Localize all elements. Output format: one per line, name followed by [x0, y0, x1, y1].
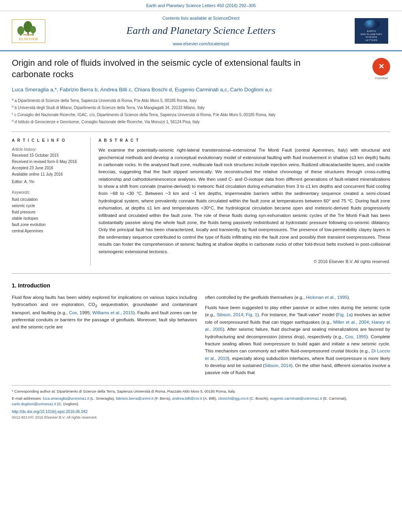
received-date: Received 15 October 2015	[12, 152, 85, 158]
email-boschi[interactable]: cboschi@igg.cnr.it	[218, 396, 248, 400]
affiliation-c: c c Consiglio del Nazionale Ricerche, IG…	[12, 112, 390, 118]
introduction-section: 1. Introduction Fluid flow along faults …	[12, 282, 390, 380]
affiliation-d: d d Istituto di Geoscienze e Georisorse,…	[12, 119, 390, 125]
keyword-3: fluid pressure	[12, 209, 85, 215]
journal-logo-text: EARTHAND PLANETARYSCIENCELETTERS	[361, 30, 383, 42]
keyword-5: fault zone evolution	[12, 222, 85, 228]
intro-title-text: Introduction	[18, 282, 50, 289]
elsevier-logo: ELSEVIER	[12, 19, 47, 43]
intro-right-paragraph-2: Fluids have been suggested to play eithe…	[205, 304, 390, 376]
email-carminati[interactable]: eugenio.carminati@uniroma1.it	[270, 396, 322, 400]
cox-1995-link2[interactable]: Cox, 1995	[345, 334, 367, 339]
affiliation-b: b b Università degli Studi di Milano, Di…	[12, 105, 390, 111]
footnote-corresponding: * Corresponding author at: Dipartimento …	[12, 389, 390, 394]
email-billi[interactable]: andrea.billi@cnr.it	[172, 396, 202, 400]
journal-center-header: Contents lists available at ScienceDirec…	[51, 15, 351, 47]
elsevier-wordmark: ELSEVIER	[19, 37, 38, 42]
authors: Luca Smeraglia a,*, Fabrizio Berra b, An…	[12, 86, 390, 94]
keywords-label: Keywords:	[12, 189, 85, 195]
article-issn: 0012-821X/© 2016 Elsevier B.V. All right…	[12, 415, 390, 420]
keyword-1: fluid circulation	[12, 196, 85, 202]
intro-right-col: often controlled by the geofluids themse…	[205, 294, 390, 380]
article-doi: http://dx.doi.org/10.1016/j.epsl.2016.06…	[12, 409, 390, 415]
hickman-link[interactable]: Hickman et al., 1995	[306, 295, 347, 300]
svg-point-2	[17, 26, 24, 35]
keywords-section: Keywords: fluid circulation seismic cycl…	[12, 189, 85, 234]
keyword-4: stable isotopes	[12, 215, 85, 221]
accepted-date: Accepted 23 June 2016	[12, 165, 85, 171]
abstract-column: A B S T R A C T We examine the potential…	[99, 137, 390, 265]
editor: Editor: A. Yin	[12, 179, 85, 185]
email-doglioni[interactable]: carlo.doglioni@uniroma1.it	[12, 402, 56, 406]
history-label: Article history:	[12, 146, 85, 152]
article-title: Origin and role of fluids involved in th…	[12, 57, 335, 80]
journal-logo-box: EARTHAND PLANETARYSCIENCELETTERS	[355, 18, 390, 44]
elsevier-tree-svg	[17, 20, 41, 36]
diluccio-2010-link[interactable]: Di Luccio et al., 2010	[205, 348, 390, 360]
received-revised-date: Received in revised form 6 May 2016	[12, 159, 85, 165]
main-content: ✕ CrossMark Origin and role of fluids in…	[0, 51, 402, 428]
authors-text: Luca Smeraglia a,*, Fabrizio Berra b, An…	[12, 87, 272, 93]
article-info-column: A R T I C L E I N F O Article history: R…	[12, 137, 91, 265]
section-number: 1.	[12, 282, 18, 289]
journal-reference-bar: Earth and Planetary Science Letters 450 …	[0, 0, 402, 11]
journal-title: Earth and Planetary Science Letters	[51, 23, 351, 38]
intro-right-paragraph-1: often controlled by the geofluids themse…	[205, 294, 390, 301]
journal-ref-text: Earth and Planetary Science Letters 450 …	[146, 3, 256, 8]
divider	[12, 132, 390, 132]
journal-url-link[interactable]: www.elsevier.com/locate/epsl	[173, 41, 229, 46]
footnote-corresponding-text: * Corresponding author at: Dipartimento …	[12, 389, 236, 393]
abstract-text: We examine the potentially-seismic right…	[99, 146, 390, 265]
crossmark-icon: ✕	[372, 58, 390, 76]
email-berra[interactable]: fabrizio.berra@unimi.it	[116, 396, 153, 400]
email-label-text: E-mail addresses:	[12, 396, 42, 400]
svg-rect-6	[23, 34, 33, 35]
cox-1995-link[interactable]: Cox	[69, 310, 77, 315]
affiliation-a: a a Dipartimento di Scienze della Terra,…	[12, 98, 390, 104]
williams-2015-link[interactable]: Williams et al., 2015	[92, 310, 133, 315]
article-history: Article history: Received 15 October 201…	[12, 146, 85, 185]
affiliations: a a Dipartimento di Scienze della Terra,…	[12, 98, 390, 125]
keyword-2: seismic cycle	[12, 203, 85, 209]
fig1a-link[interactable]: Fig. 1a	[337, 312, 351, 317]
intro-left-paragraph: Fluid flow along faults has been widely …	[12, 294, 197, 331]
article-info-heading: A R T I C L E I N F O	[12, 137, 85, 143]
intro-section-title: 1. Introduction	[12, 282, 390, 290]
footnote-emails: E-mail addresses: luca.smeraglia@uniroma…	[12, 396, 390, 407]
journal-url: www.elsevier.com/locate/epsl	[51, 41, 351, 47]
doi-link[interactable]: http://dx.doi.org/10.1016/j.epsl.2016.06…	[12, 410, 87, 414]
sibson-2014-link[interactable]: Sibson, 2014	[217, 312, 243, 317]
elsevier-logo-image: ELSEVIER	[12, 19, 45, 43]
sciencedirect-label: Contents lists available at ScienceDirec…	[51, 15, 351, 22]
divider-2	[12, 273, 390, 274]
svg-point-4	[30, 26, 36, 33]
email-smeraglia[interactable]: luca.smeraglia@uniroma1.it	[43, 396, 89, 400]
intro-left-col: Fluid flow along faults has been widely …	[12, 294, 197, 380]
journal-header: ELSEVIER Contents lists available at Sci…	[0, 11, 402, 51]
fig1-link[interactable]: Fig. 1	[246, 312, 257, 317]
abstract-heading: A B S T R A C T	[99, 137, 390, 143]
sciencedirect-link[interactable]: ScienceDirect	[213, 16, 240, 20]
miller-2004-link[interactable]: Miller et al., 2004	[333, 320, 369, 324]
available-online-date: Available online 11 July 2016	[12, 171, 85, 177]
abstract-paragraph: We examine the potentially-seismic right…	[99, 146, 390, 255]
crossmark-badge: ✕ CrossMark	[372, 58, 390, 76]
journal-logo-image: EARTHAND PLANETARYSCIENCELETTERS	[355, 18, 388, 44]
intro-two-col: Fluid flow along faults has been widely …	[12, 294, 390, 380]
earth-icon	[364, 20, 380, 29]
article-info-abstract-section: A R T I C L E I N F O Article history: R…	[12, 137, 390, 265]
copyright-notice: © 2016 Elsevier B.V. All rights reserved…	[99, 258, 390, 265]
sibson-2014-link2[interactable]: Sibson, 2014	[264, 363, 291, 368]
keyword-6: central Apennines	[12, 228, 85, 234]
footnote-section: * Corresponding author at: Dipartimento …	[12, 385, 390, 420]
